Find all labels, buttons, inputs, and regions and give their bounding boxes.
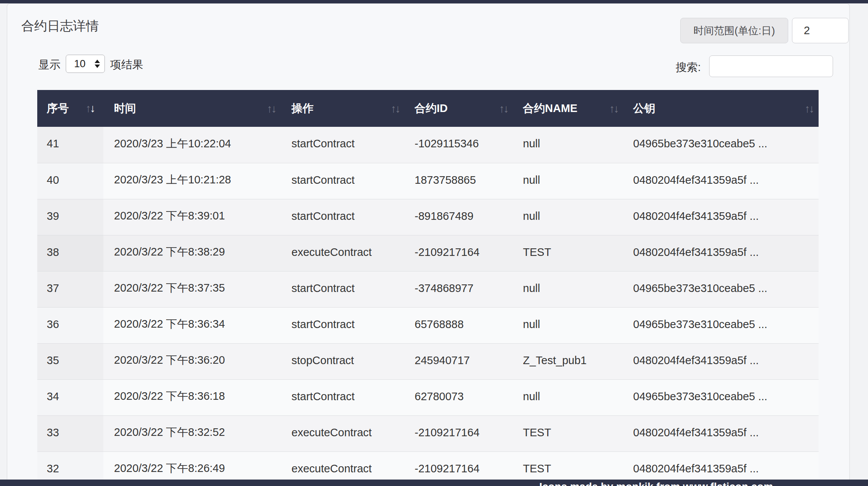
cell-index: 35	[37, 344, 103, 379]
cell-contract-name: TEST	[513, 235, 623, 271]
cell-contract-id: -891867489	[405, 199, 513, 235]
cell-contract-id: 245940717	[405, 344, 513, 379]
cell-index: 34	[37, 380, 103, 415]
cell-time: 2020/3/22 下午8:37:35	[103, 271, 281, 307]
entries-suffix-label: 项结果	[110, 57, 143, 73]
cell-public-key: 0480204f4ef341359a5f ...	[623, 235, 819, 271]
cell-public-key: 0480204f4ef341359a5f ...	[623, 344, 819, 379]
table-body: 412020/3/23 上午10:22:04startContract-1029…	[37, 127, 819, 486]
column-header-contract-name[interactable]: 合约NAME↑↓	[513, 90, 623, 127]
cell-contract-id: 1873758865	[405, 163, 513, 199]
cell-contract-id: -1029115346	[405, 127, 513, 163]
cell-index: 39	[37, 199, 103, 235]
cell-time: 2020/3/22 下午8:36:34	[103, 308, 281, 343]
cell-time: 2020/3/23 上午10:21:28	[103, 163, 281, 199]
column-header-label: 操作	[291, 101, 314, 116]
table-row: 362020/3/22 下午8:36:34startContract657688…	[37, 307, 819, 343]
cell-public-key: 04965be373e310ceabe5 ...	[623, 271, 819, 307]
cell-index: 33	[37, 416, 103, 451]
cell-contract-id: -2109217164	[405, 235, 513, 271]
table-row: 412020/3/23 上午10:22:04startContract-1029…	[37, 127, 819, 163]
sort-arrows-icon: ↑↓	[267, 102, 276, 115]
cell-index: 41	[37, 127, 103, 163]
cell-contract-name: null	[513, 271, 623, 307]
cell-operation: startContract	[281, 163, 405, 199]
table-row: 342020/3/22 下午8:36:18startContract627800…	[37, 379, 819, 415]
cell-public-key: 04965be373e310ceabe5 ...	[623, 127, 819, 163]
sort-arrows-icon: ↑↓	[86, 102, 94, 115]
cell-operation: executeContract	[281, 416, 405, 451]
column-header-contract-id[interactable]: 合约ID↑↓	[405, 90, 513, 127]
page-title: 合约日志详情	[21, 17, 99, 35]
cell-index: 36	[37, 308, 103, 343]
cell-time: 2020/3/22 下午8:36:18	[103, 380, 281, 415]
cell-operation: startContract	[281, 308, 405, 343]
cell-contract-name: null	[513, 380, 623, 415]
cell-operation: stopContract	[281, 344, 405, 379]
table-row: 372020/3/22 下午8:37:35startContract-37486…	[37, 271, 819, 307]
search-input[interactable]	[709, 55, 833, 77]
cell-index: 37	[37, 271, 103, 307]
show-entries-label: 显示	[38, 57, 60, 73]
cell-public-key: 04965be373e310ceabe5 ...	[623, 308, 819, 343]
cell-index: 38	[37, 235, 103, 271]
cell-contract-id: -374868977	[405, 271, 513, 307]
cell-contract-name: null	[513, 308, 623, 343]
column-header-time[interactable]: 时间↑↓	[103, 90, 281, 127]
cell-operation: executeContract	[281, 235, 405, 271]
cell-contract-name: null	[513, 199, 623, 235]
search-label: 搜索:	[676, 60, 701, 75]
cell-contract-name: TEST	[513, 416, 623, 451]
sort-arrows-icon: ↑↓	[499, 102, 508, 115]
spinner-up-icon	[95, 60, 100, 63]
cell-contract-name: Z_Test_pub1	[513, 344, 623, 379]
time-range-input[interactable]	[792, 18, 849, 43]
cell-contract-name: null	[513, 127, 623, 163]
spinner-down-icon	[95, 65, 100, 68]
footer-bar: Icons made by monkik from www.flaticon.c…	[0, 480, 868, 486]
column-header-label: 时间	[114, 101, 136, 116]
sort-arrows-icon: ↑↓	[391, 102, 399, 115]
column-header-label: 合约NAME	[523, 101, 577, 116]
cell-time: 2020/3/23 上午10:22:04	[103, 127, 281, 163]
select-spinner-icon	[95, 60, 100, 68]
column-header-label: 公钥	[633, 101, 655, 116]
cell-time: 2020/3/22 下午8:38:29	[103, 235, 281, 271]
table-row: 382020/3/22 下午8:38:29executeContract-210…	[37, 235, 819, 271]
cell-contract-id: 62780073	[405, 380, 513, 415]
cell-public-key: 04965be373e310ceabe5 ...	[623, 380, 819, 415]
top-accent-bar	[0, 0, 868, 3]
sort-arrows-icon: ↑↓	[609, 102, 618, 115]
table-row: 392020/3/22 下午8:39:01startContract-89186…	[37, 199, 819, 235]
time-range-label: 时间范围(单位:日)	[680, 18, 788, 43]
column-header-index[interactable]: 序号↑↓	[37, 90, 103, 127]
column-header-public-key[interactable]: 公钥↑↓	[623, 90, 819, 127]
cell-time: 2020/3/22 下午8:36:20	[103, 344, 281, 379]
cell-operation: startContract	[281, 127, 405, 163]
cell-contract-id: 65768888	[405, 308, 513, 343]
sort-arrows-icon: ↑↓	[805, 102, 813, 115]
column-header-label: 合约ID	[415, 101, 448, 116]
table-row: 352020/3/22 下午8:36:20stopContract2459407…	[37, 343, 819, 379]
table-header-row: 序号↑↓时间↑↓操作↑↓合约ID↑↓合约NAME↑↓公钥↑↓	[37, 90, 819, 127]
page-size-value: 10	[74, 58, 86, 70]
cell-public-key: 0480204f4ef341359a5f ...	[623, 163, 819, 199]
page-size-select[interactable]: 10	[66, 55, 105, 73]
table-row: 402020/3/23 上午10:21:28startContract18737…	[37, 163, 819, 199]
cell-public-key: 0480204f4ef341359a5f ...	[623, 199, 819, 235]
cell-time: 2020/3/22 下午8:39:01	[103, 199, 281, 235]
column-header-label: 序号	[47, 101, 69, 116]
table-row: 332020/3/22 下午8:32:52executeContract-210…	[37, 415, 819, 451]
cell-contract-id: -2109217164	[405, 416, 513, 451]
cell-operation: startContract	[281, 271, 405, 307]
cell-contract-name: null	[513, 163, 623, 199]
contract-log-table: 序号↑↓时间↑↓操作↑↓合约ID↑↓合约NAME↑↓公钥↑↓ 412020/3/…	[37, 90, 819, 486]
cell-operation: startContract	[281, 199, 405, 235]
cell-public-key: 0480204f4ef341359a5f ...	[623, 416, 819, 451]
column-header-operation[interactable]: 操作↑↓	[281, 90, 405, 127]
footer-credit: Icons made by monkik from www.flaticon.c…	[539, 481, 773, 486]
cell-index: 40	[37, 163, 103, 199]
cell-time: 2020/3/22 下午8:32:52	[103, 416, 281, 451]
cell-operation: startContract	[281, 380, 405, 415]
